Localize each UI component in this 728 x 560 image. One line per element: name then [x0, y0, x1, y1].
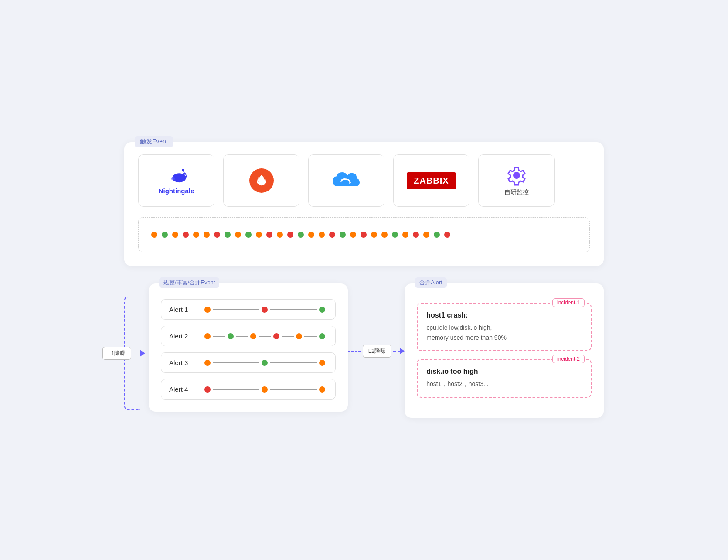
l2-label: L2降噪	[363, 345, 391, 358]
stream-dot	[423, 232, 429, 238]
dot	[204, 307, 211, 313]
alert-4-dots	[202, 386, 327, 393]
incident-2-title: disk.io too high	[426, 368, 582, 376]
dot-stream	[138, 217, 590, 252]
nightingale-icon: Nightingale	[159, 167, 194, 195]
svg-point-1	[182, 173, 187, 178]
cloud-card	[308, 154, 384, 207]
prometheus-icon	[249, 168, 274, 193]
stream-dot	[214, 232, 220, 238]
top-section-label: 触发Event	[135, 136, 173, 147]
stream-dot	[298, 232, 304, 238]
alert-list: Alert 1 Alert 2	[161, 299, 336, 400]
left-panel-label: 规整/丰富/合并Event	[159, 277, 219, 288]
alert-3-dots	[202, 360, 327, 366]
stream-dot	[277, 232, 283, 238]
stream-dot	[225, 232, 231, 238]
l1-dashed-bracket: L1降噪	[124, 297, 140, 410]
stream-dot	[162, 232, 168, 238]
dot	[273, 333, 279, 339]
dot	[228, 333, 234, 339]
prometheus-svg	[254, 173, 269, 188]
incident-1-tag: incident-1	[552, 298, 585, 307]
left-bottom-panel: 规整/丰富/合并Event Alert 1 Alert 2	[149, 283, 348, 412]
svg-point-3	[186, 174, 187, 175]
nightingale-svg	[165, 167, 187, 184]
dot	[204, 333, 211, 339]
stream-dot	[361, 232, 367, 238]
stream-dot	[319, 232, 325, 238]
l2-arrow	[400, 348, 405, 354]
left-connector	[86, 283, 87, 417]
icon-row: Nightingale	[138, 154, 590, 207]
l2-line-right	[393, 351, 400, 352]
dot	[262, 307, 268, 313]
stream-dot	[392, 232, 398, 238]
l1-arrow	[140, 350, 145, 357]
incident-2-card: incident-2 disk.io too high host1，host2，…	[417, 359, 592, 397]
stream-dot	[350, 232, 356, 238]
stream-dot	[308, 232, 314, 238]
zabbix-logo: ZABBIX	[407, 172, 456, 189]
dot	[319, 307, 325, 313]
dot	[319, 360, 325, 366]
l1-label: L1降噪	[102, 347, 131, 360]
dot	[204, 386, 211, 393]
stream-dot	[329, 232, 335, 238]
nightingale-label: Nightingale	[159, 187, 194, 195]
stream-dot	[151, 232, 157, 238]
dot	[262, 360, 268, 366]
stream-dot	[204, 232, 210, 238]
custom-card: 自研监控	[478, 154, 555, 207]
alert-row-2: Alert 2	[161, 326, 336, 346]
alert-row-1: Alert 1	[161, 299, 336, 320]
dot	[262, 386, 268, 393]
stream-dot	[245, 232, 252, 238]
stream-dot	[256, 232, 262, 238]
stream-dot	[183, 232, 189, 238]
stream-dot	[434, 232, 440, 238]
incident-1-body: cpu.idle low,disk.io high,memory used mo…	[426, 323, 582, 342]
alert-row-3: Alert 3	[161, 352, 336, 373]
custom-icon: 自研监控	[504, 165, 529, 196]
l2-line-left	[348, 351, 361, 352]
l1-wrap: L1降噪	[124, 297, 140, 410]
incident-2-body: host1，host2，host3...	[426, 379, 582, 389]
gear-svg	[506, 165, 527, 186]
bottom-row: L1降噪 规整/丰富/合并Event Alert 1	[124, 283, 604, 417]
right-panel-label: 合并Alert	[415, 277, 447, 288]
right-bottom-panel: 合并Alert incident-1 host1 crash: cpu.idle…	[405, 283, 604, 417]
main-container: 触发Event	[124, 142, 604, 417]
incident-1-card: incident-1 host1 crash: cpu.idle low,dis…	[417, 303, 592, 351]
stream-dot	[287, 232, 293, 238]
svg-point-6	[171, 177, 175, 180]
stream-dot	[340, 232, 346, 238]
stream-dot	[172, 232, 178, 238]
stream-dot	[371, 232, 377, 238]
custom-label: 自研监控	[504, 188, 529, 196]
top-section: 触发Event	[124, 142, 604, 266]
alert-row-4: Alert 4	[161, 379, 336, 400]
dot	[204, 360, 211, 366]
l1-label-container: L1降噪	[102, 347, 131, 360]
alert-3-label: Alert 3	[169, 359, 195, 366]
incident-1-title: host1 crash:	[426, 311, 582, 319]
cloud-svg	[329, 169, 364, 192]
prometheus-card	[223, 154, 299, 207]
stream-dot	[193, 232, 199, 238]
alert-2-label: Alert 2	[169, 332, 195, 340]
incident-2-tag: incident-2	[552, 355, 585, 363]
stream-dot	[444, 232, 450, 238]
alert-2-dots	[202, 333, 327, 339]
dot	[319, 386, 325, 393]
stream-dot	[413, 232, 419, 238]
nightingale-card: Nightingale	[138, 154, 214, 207]
alert-1-dots	[202, 307, 327, 313]
stream-dot	[402, 232, 408, 238]
stream-dot	[381, 232, 388, 238]
alert-4-label: Alert 4	[169, 386, 195, 393]
dot	[250, 333, 256, 339]
alert-1-label: Alert 1	[169, 306, 195, 313]
l2-connector: L2降噪	[348, 345, 405, 358]
stream-dot	[235, 232, 241, 238]
